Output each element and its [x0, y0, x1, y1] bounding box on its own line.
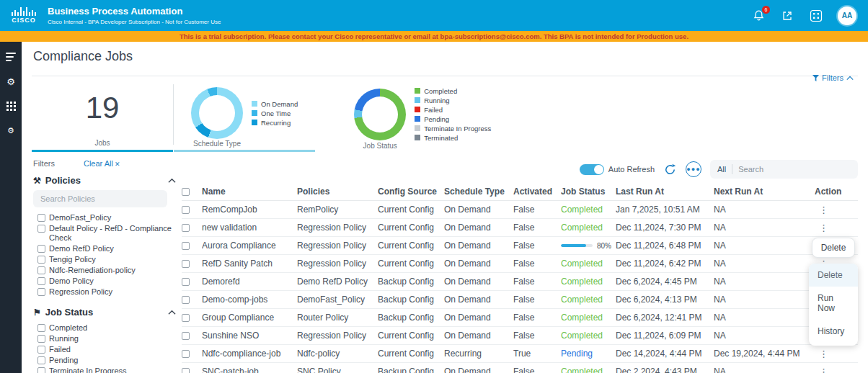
row-checkbox[interactable]	[182, 296, 190, 304]
cell-config-source: Backup Config	[378, 367, 444, 373]
row-actions-button[interactable]: ⋮	[815, 349, 858, 359]
legend-label: On Demand	[261, 100, 298, 108]
legend-item: Running	[415, 96, 491, 104]
policies-section-title: Policies	[45, 175, 81, 186]
cell-next-run: NA	[714, 367, 815, 373]
checkbox[interactable]	[37, 367, 45, 373]
menu-icon[interactable]	[5, 52, 17, 62]
chevron-up-icon[interactable]	[168, 310, 176, 315]
legend-item: Pending	[415, 115, 491, 123]
filter-checkbox-item[interactable]: Completed	[37, 323, 176, 333]
checkbox[interactable]	[37, 266, 45, 274]
row-checkbox[interactable]	[182, 368, 190, 373]
cisco-logo: CISCO	[12, 7, 36, 24]
gear-icon[interactable]: ⚙	[5, 76, 17, 86]
refresh-icon[interactable]	[663, 163, 677, 176]
filter-checkbox-item[interactable]: Default Policy - RefD - Compliance Check	[37, 224, 176, 243]
checkbox[interactable]	[37, 335, 45, 343]
filter-item-label: Demo Policy	[49, 277, 94, 286]
stats-row: 19 Jobs On DemandOne TimeRecurring Sched…	[32, 76, 858, 152]
cell-schedule-type: On Demand	[444, 241, 513, 251]
search-scope-selector[interactable]: All	[717, 165, 726, 174]
menu-item-delete[interactable]: Delete	[809, 264, 858, 287]
filter-checkbox-item[interactable]: Running	[37, 334, 176, 343]
row-checkbox[interactable]	[182, 206, 190, 214]
user-avatar[interactable]: AA	[838, 6, 856, 25]
filter-panel: Filters Clear All✕ ⚒ Policies DemoFast_P…	[32, 159, 176, 373]
select-all-checkbox[interactable]	[182, 188, 190, 196]
filter-checkbox-item[interactable]: Failed	[37, 345, 176, 354]
grid-dots-icon[interactable]	[5, 101, 17, 111]
checkbox[interactable]	[37, 277, 45, 285]
row-actions-button[interactable]: ⋮	[815, 205, 858, 215]
cell-schedule-type: On Demand	[444, 223, 513, 233]
filter-checkbox-item[interactable]: Tengig Policy	[37, 255, 176, 264]
checkbox[interactable]	[37, 324, 45, 332]
more-actions-button[interactable]: ●●●	[686, 161, 701, 177]
cell-next-run: NA	[714, 205, 815, 215]
auto-refresh-toggle[interactable]	[580, 164, 604, 175]
filter-checkbox-item[interactable]: Pending	[37, 356, 176, 365]
checkbox[interactable]	[37, 256, 45, 264]
filter-checkbox-item[interactable]: DemoFast_Policy	[37, 213, 176, 223]
checkbox[interactable]	[37, 356, 45, 364]
filter-checkbox-item[interactable]: Demo Policy	[37, 277, 176, 286]
external-link-icon[interactable]	[780, 9, 794, 23]
cell-config-source: Current Config	[378, 205, 444, 215]
cell-next-run: Dec 19,2024, 4:44 PM	[714, 349, 815, 359]
job-status-donut	[354, 89, 406, 140]
job-status-badge: Completed	[561, 331, 616, 341]
filter-item-label: Demo RefD Policy	[49, 244, 114, 253]
cell-config-source: Current Config	[378, 223, 444, 233]
column-header: Next Run At	[714, 186, 815, 197]
row-checkbox[interactable]	[182, 260, 190, 268]
checkbox[interactable]	[37, 245, 45, 253]
cell-name: SNC-patch-job	[202, 367, 297, 373]
legend-swatch	[415, 88, 420, 94]
checkbox[interactable]	[37, 288, 45, 296]
search-input[interactable]	[738, 165, 851, 174]
tab-jobs[interactable]: 19 Jobs	[32, 76, 173, 152]
filters-toggle[interactable]: Filters	[812, 73, 854, 82]
legend-swatch	[252, 120, 257, 125]
table-row: new validationRegression PolicyCurrent C…	[182, 219, 858, 237]
schedule-type-label: Schedule Type	[191, 140, 243, 148]
cell-policies: Regression Policy	[297, 259, 378, 269]
filter-checkbox-item[interactable]: Ndfc-Remediation-policy	[37, 266, 176, 275]
checkbox[interactable]	[37, 214, 45, 222]
settings-icon[interactable]: ⚙	[5, 125, 17, 135]
search-policies-input[interactable]	[33, 190, 167, 207]
checkbox[interactable]	[37, 346, 45, 354]
table-row: DemorefdDemo RefD PolicyBackup ConfigOn …	[182, 273, 858, 291]
row-checkbox[interactable]	[182, 224, 190, 232]
row-actions-button[interactable]: ⋮	[815, 223, 858, 233]
table-search-bar: All	[710, 160, 858, 179]
page-title: Compliance Jobs	[33, 49, 858, 64]
row-actions-popup: Delete DeleteRun NowHistory	[809, 238, 858, 346]
filter-checkbox-item[interactable]: Regression Policy	[37, 287, 176, 297]
row-checkbox[interactable]	[182, 332, 190, 340]
filter-checkbox-item[interactable]: Demo RefD Policy	[37, 244, 176, 253]
row-checkbox[interactable]	[182, 242, 190, 250]
app-subtitle: Cisco Internal - BPA Developer Subscript…	[48, 19, 221, 25]
row-actions-button[interactable]: ⋮	[815, 367, 858, 373]
menu-item-run-now[interactable]: Run Now	[809, 287, 858, 320]
job-status-badge: Pending	[561, 349, 616, 359]
column-header: Job Status	[561, 186, 616, 197]
filter-checkbox-item[interactable]: Terminate In Progress	[37, 367, 176, 373]
row-checkbox[interactable]	[182, 350, 190, 358]
checkbox[interactable]	[37, 225, 45, 233]
row-checkbox[interactable]	[182, 278, 190, 286]
cell-job-status: 80%	[561, 242, 616, 250]
apps-grid-icon[interactable]	[809, 9, 823, 23]
menu-item-history[interactable]: History	[809, 320, 858, 343]
chevron-up-icon	[846, 76, 854, 81]
legend-swatch	[252, 101, 257, 107]
clear-all-button[interactable]: Clear All✕	[84, 159, 120, 168]
schedule-type-chart: On DemandOne TimeRecurring Schedule Type	[174, 76, 315, 152]
cell-activated: False	[513, 277, 561, 287]
chevron-up-icon[interactable]	[168, 178, 176, 184]
notifications-bell-icon[interactable]: 6	[751, 9, 766, 23]
row-checkbox[interactable]	[182, 314, 190, 322]
table-row: RemCompJobRemPolicyCurrent ConfigOn Dema…	[182, 201, 858, 219]
